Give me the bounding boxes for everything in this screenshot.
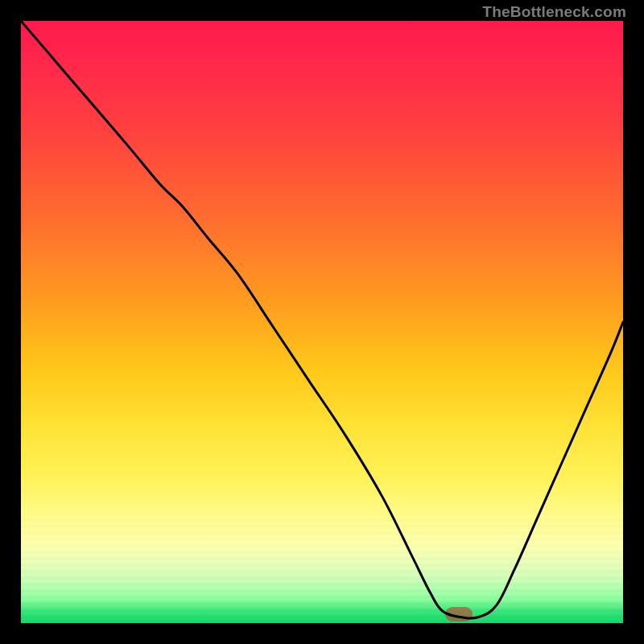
chart-frame: TheBottleneck.com — [0, 0, 644, 644]
plot-area — [21, 21, 623, 623]
bottleneck-curve — [21, 21, 623, 623]
watermark: TheBottleneck.com — [482, 3, 626, 21]
